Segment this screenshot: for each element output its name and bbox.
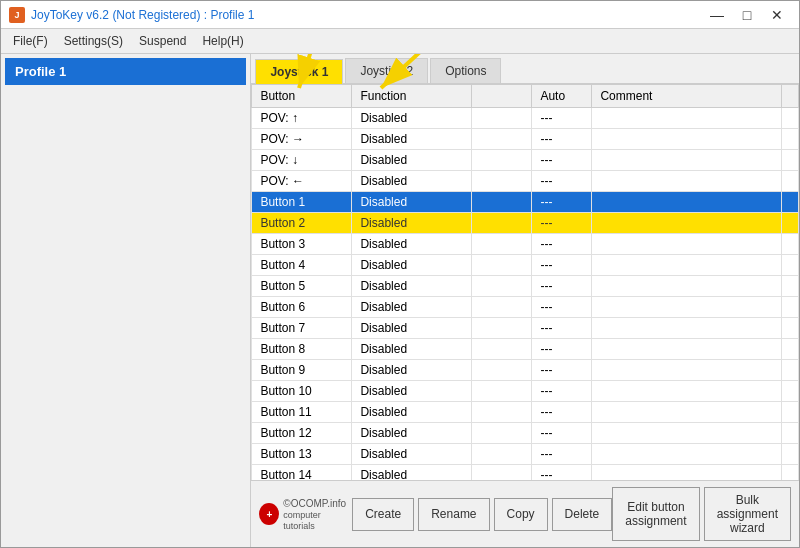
app-icon: J: [9, 7, 25, 23]
close-button[interactable]: ✕: [763, 5, 791, 25]
table-row[interactable]: POV: ↓Disabled---: [252, 150, 799, 171]
copy-button[interactable]: Copy: [494, 498, 548, 531]
table-row[interactable]: Button 14Disabled---: [252, 465, 799, 481]
menu-settings[interactable]: Settings(S): [56, 31, 131, 51]
tab-bar: Joystick 1 Joystick 2 Options: [251, 54, 799, 84]
table-row[interactable]: Button 11Disabled---: [252, 402, 799, 423]
table-row[interactable]: Button 3Disabled---: [252, 234, 799, 255]
watermark-icon: +: [259, 503, 279, 525]
table-row[interactable]: Button 7Disabled---: [252, 318, 799, 339]
menu-bar: File(F) Settings(S) Suspend Help(H): [1, 29, 799, 54]
col-header-scroll: [782, 85, 799, 108]
watermark-text: ©OCOMP.infocomputer tutorials: [283, 498, 348, 531]
col-header-function: Function: [352, 85, 472, 108]
table-row[interactable]: Button 9Disabled---: [252, 360, 799, 381]
tabs-wrapper: Joystick 1 Joystick 2 Options: [251, 54, 799, 84]
table-row[interactable]: Button 1Disabled---: [252, 192, 799, 213]
table-row[interactable]: Button 4Disabled---: [252, 255, 799, 276]
table-row[interactable]: Button 6Disabled---: [252, 297, 799, 318]
table-row[interactable]: Button 5Disabled---: [252, 276, 799, 297]
tab-joystick2[interactable]: Joystick 2: [345, 58, 428, 83]
col-header-auto: Auto: [532, 85, 592, 108]
tab-options[interactable]: Options: [430, 58, 501, 83]
col-header-button: Button: [252, 85, 352, 108]
col-header-empty: [472, 85, 532, 108]
content-area: Profile 1: [1, 54, 799, 547]
main-window: J JoyToKey v6.2 (Not Registered) : Profi…: [0, 0, 800, 548]
footer-left-buttons: + ©OCOMP.infocomputer tutorials Create R…: [259, 498, 612, 531]
main-panel: Joystick 1 Joystick 2 Options Button Fun…: [251, 54, 799, 547]
rename-button[interactable]: Rename: [418, 498, 489, 531]
col-header-comment: Comment: [592, 85, 782, 108]
menu-suspend[interactable]: Suspend: [131, 31, 194, 51]
delete-button[interactable]: Delete: [552, 498, 613, 531]
table-row[interactable]: POV: →Disabled---: [252, 129, 799, 150]
menu-help[interactable]: Help(H): [194, 31, 251, 51]
table-row[interactable]: POV: ↑Disabled---: [252, 108, 799, 129]
sidebar: Profile 1: [1, 54, 251, 547]
table-row[interactable]: Button 13Disabled---: [252, 444, 799, 465]
edit-button-assignment-button[interactable]: Edit button assignment: [612, 487, 699, 541]
table-row[interactable]: Button 8Disabled---: [252, 339, 799, 360]
footer: + ©OCOMP.infocomputer tutorials Create R…: [251, 480, 799, 547]
button-table: Button Function Auto Comment POV: ↑Disab…: [251, 84, 799, 480]
maximize-button[interactable]: □: [733, 5, 761, 25]
sidebar-item-profile1[interactable]: Profile 1: [5, 58, 246, 85]
title-prefix: JoyToKey v6.2 (Not Registered) :: [31, 8, 210, 22]
title-profile: Profile 1: [210, 8, 254, 22]
footer-right-buttons: Edit button assignment Bulk assignment w…: [612, 487, 791, 541]
table-row[interactable]: Button 2Disabled---: [252, 213, 799, 234]
menu-file[interactable]: File(F): [5, 31, 56, 51]
title-bar-left: J JoyToKey v6.2 (Not Registered) : Profi…: [9, 7, 254, 23]
window-title: JoyToKey v6.2 (Not Registered) : Profile…: [31, 8, 254, 22]
window-controls: — □ ✕: [703, 5, 791, 25]
title-bar: J JoyToKey v6.2 (Not Registered) : Profi…: [1, 1, 799, 29]
bulk-assignment-wizard-button[interactable]: Bulk assignment wizard: [704, 487, 791, 541]
button-table-container: Button Function Auto Comment POV: ↑Disab…: [251, 84, 799, 480]
tab-joystick1[interactable]: Joystick 1: [255, 59, 343, 84]
table-row[interactable]: Button 12Disabled---: [252, 423, 799, 444]
minimize-button[interactable]: —: [703, 5, 731, 25]
table-row[interactable]: Button 10Disabled---: [252, 381, 799, 402]
create-button[interactable]: Create: [352, 498, 414, 531]
table-row[interactable]: POV: ←Disabled---: [252, 171, 799, 192]
